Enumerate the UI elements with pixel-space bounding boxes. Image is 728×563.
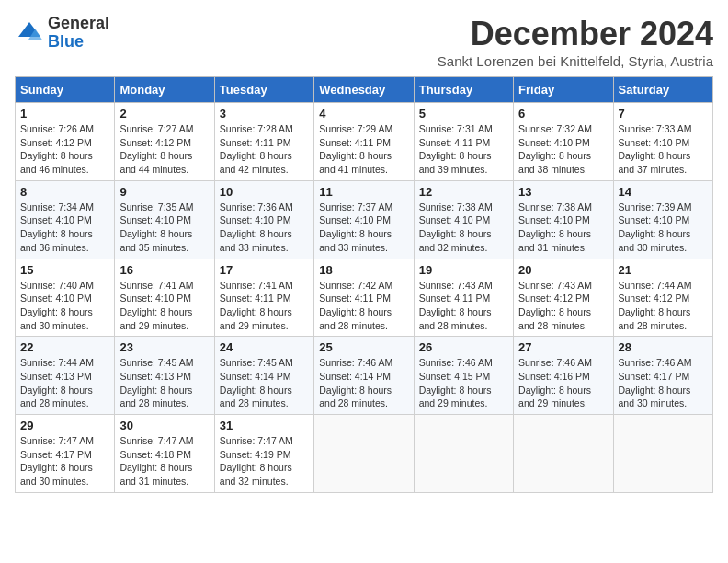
sunrise-label: Sunrise: 7:46 AM: [419, 357, 493, 368]
day-info: Sunrise: 7:46 AM Sunset: 4:17 PM Dayligh…: [619, 356, 708, 410]
calendar-cell: 3 Sunrise: 7:28 AM Sunset: 4:11 PM Dayli…: [214, 103, 313, 181]
sunrise-label: Sunrise: 7:32 AM: [518, 123, 592, 134]
calendar-cell: 11 Sunrise: 7:37 AM Sunset: 4:10 PM Dayl…: [314, 180, 414, 259]
daylight-label: Daylight: 8 hours and 28 minutes.: [319, 306, 392, 331]
daylight-label: Daylight: 8 hours and 37 minutes.: [619, 150, 691, 175]
calendar-cell: [314, 415, 414, 493]
daylight-label: Daylight: 8 hours and 30 minutes.: [20, 306, 93, 331]
daylight-label: Daylight: 8 hours and 38 minutes.: [518, 150, 591, 175]
day-number: 24: [220, 340, 309, 354]
daylight-label: Daylight: 8 hours and 36 minutes.: [20, 228, 93, 253]
calendar-cell: 28 Sunrise: 7:46 AM Sunset: 4:17 PM Dayl…: [613, 337, 712, 415]
day-number: 31: [220, 419, 309, 432]
calendar-cell: 19 Sunrise: 7:43 AM Sunset: 4:11 PM Dayl…: [414, 259, 513, 337]
day-number: 26: [419, 340, 508, 354]
sunrise-label: Sunrise: 7:46 AM: [319, 357, 392, 368]
day-number: 7: [619, 107, 708, 121]
column-header-tuesday: Tuesday: [214, 77, 313, 103]
daylight-label: Daylight: 8 hours and 31 minutes.: [518, 228, 591, 253]
location-subtitle: Sankt Lorenzen bei Knittelfeld, Styria, …: [438, 53, 713, 69]
calendar-cell: 10 Sunrise: 7:36 AM Sunset: 4:10 PM Dayl…: [214, 180, 313, 259]
sunset-label: Sunset: 4:13 PM: [20, 371, 92, 382]
daylight-label: Daylight: 8 hours and 39 minutes.: [419, 150, 492, 175]
daylight-label: Daylight: 8 hours and 44 minutes.: [119, 150, 192, 175]
sunset-label: Sunset: 4:13 PM: [119, 371, 191, 382]
day-number: 30: [119, 419, 209, 432]
sunrise-label: Sunrise: 7:28 AM: [220, 123, 293, 134]
day-number: 20: [518, 263, 608, 277]
day-info: Sunrise: 7:41 AM Sunset: 4:11 PM Dayligh…: [220, 279, 309, 333]
day-number: 29: [20, 419, 109, 432]
calendar-cell: 1 Sunrise: 7:26 AM Sunset: 4:12 PM Dayli…: [16, 103, 115, 181]
day-info: Sunrise: 7:47 AM Sunset: 4:18 PM Dayligh…: [119, 434, 209, 488]
day-number: 4: [319, 107, 408, 121]
calendar-cell: 7 Sunrise: 7:33 AM Sunset: 4:10 PM Dayli…: [613, 103, 712, 181]
day-number: 13: [518, 185, 608, 199]
sunrise-label: Sunrise: 7:39 AM: [619, 201, 692, 213]
sunrise-label: Sunrise: 7:44 AM: [619, 280, 692, 291]
day-number: 11: [319, 185, 408, 199]
sunset-label: Sunset: 4:11 PM: [419, 293, 491, 304]
day-number: 23: [119, 340, 209, 354]
daylight-label: Daylight: 8 hours and 41 minutes.: [319, 150, 392, 175]
sunrise-label: Sunrise: 7:46 AM: [619, 357, 692, 368]
calendar-cell: 23 Sunrise: 7:45 AM Sunset: 4:13 PM Dayl…: [115, 337, 214, 415]
calendar-cell: 5 Sunrise: 7:31 AM Sunset: 4:11 PM Dayli…: [414, 103, 513, 181]
logo-blue-text: Blue: [48, 33, 109, 52]
sunset-label: Sunset: 4:18 PM: [119, 449, 191, 460]
day-info: Sunrise: 7:35 AM Sunset: 4:10 PM Dayligh…: [119, 201, 209, 255]
sunset-label: Sunset: 4:10 PM: [119, 214, 191, 225]
calendar-cell: 15 Sunrise: 7:40 AM Sunset: 4:10 PM Dayl…: [16, 259, 115, 337]
column-header-thursday: Thursday: [414, 77, 513, 103]
calendar-week-row: 8 Sunrise: 7:34 AM Sunset: 4:10 PM Dayli…: [16, 180, 713, 259]
sunset-label: Sunset: 4:12 PM: [20, 137, 92, 148]
daylight-label: Daylight: 8 hours and 42 minutes.: [220, 150, 292, 175]
day-info: Sunrise: 7:41 AM Sunset: 4:10 PM Dayligh…: [119, 279, 209, 333]
daylight-label: Daylight: 8 hours and 30 minutes.: [619, 385, 691, 409]
day-number: 9: [119, 185, 209, 199]
day-number: 22: [20, 340, 109, 354]
daylight-label: Daylight: 8 hours and 33 minutes.: [319, 228, 392, 253]
sunrise-label: Sunrise: 7:45 AM: [119, 357, 193, 368]
sunrise-label: Sunrise: 7:31 AM: [419, 123, 493, 134]
day-number: 25: [319, 340, 408, 354]
sunset-label: Sunset: 4:17 PM: [20, 449, 92, 460]
calendar-week-row: 1 Sunrise: 7:26 AM Sunset: 4:12 PM Dayli…: [16, 103, 713, 181]
calendar-table: SundayMondayTuesdayWednesdayThursdayFrid…: [15, 76, 713, 493]
sunrise-label: Sunrise: 7:45 AM: [220, 357, 293, 368]
sunrise-label: Sunrise: 7:34 AM: [20, 201, 94, 213]
page-header: General Blue December 2024 Sankt Lorenze…: [15, 15, 713, 69]
calendar-cell: 26 Sunrise: 7:46 AM Sunset: 4:15 PM Dayl…: [414, 337, 513, 415]
day-info: Sunrise: 7:46 AM Sunset: 4:16 PM Dayligh…: [518, 356, 608, 410]
daylight-label: Daylight: 8 hours and 33 minutes.: [220, 228, 292, 253]
calendar-cell: 9 Sunrise: 7:35 AM Sunset: 4:10 PM Dayli…: [115, 180, 214, 259]
sunrise-label: Sunrise: 7:37 AM: [319, 201, 392, 213]
calendar-cell: 16 Sunrise: 7:41 AM Sunset: 4:10 PM Dayl…: [115, 259, 214, 337]
daylight-label: Daylight: 8 hours and 28 minutes.: [319, 385, 392, 409]
calendar-week-row: 15 Sunrise: 7:40 AM Sunset: 4:10 PM Dayl…: [16, 259, 713, 337]
day-info: Sunrise: 7:44 AM Sunset: 4:13 PM Dayligh…: [20, 356, 109, 410]
sunset-label: Sunset: 4:11 PM: [319, 293, 391, 304]
sunset-label: Sunset: 4:10 PM: [119, 293, 191, 304]
calendar-week-row: 22 Sunrise: 7:44 AM Sunset: 4:13 PM Dayl…: [16, 337, 713, 415]
day-number: 5: [419, 107, 508, 121]
sunrise-label: Sunrise: 7:38 AM: [419, 201, 493, 213]
daylight-label: Daylight: 8 hours and 35 minutes.: [119, 228, 192, 253]
sunrise-label: Sunrise: 7:43 AM: [518, 280, 592, 291]
calendar-cell: 12 Sunrise: 7:38 AM Sunset: 4:10 PM Dayl…: [414, 180, 513, 259]
sunrise-label: Sunrise: 7:29 AM: [319, 123, 392, 134]
day-number: 18: [319, 263, 408, 277]
day-info: Sunrise: 7:26 AM Sunset: 4:12 PM Dayligh…: [20, 122, 109, 177]
day-info: Sunrise: 7:32 AM Sunset: 4:10 PM Dayligh…: [518, 122, 608, 177]
day-number: 12: [419, 185, 508, 199]
calendar-cell: 2 Sunrise: 7:27 AM Sunset: 4:12 PM Dayli…: [115, 103, 214, 181]
daylight-label: Daylight: 8 hours and 28 minutes.: [419, 306, 492, 331]
daylight-label: Daylight: 8 hours and 28 minutes.: [220, 385, 292, 409]
day-info: Sunrise: 7:39 AM Sunset: 4:10 PM Dayligh…: [619, 201, 708, 255]
sunset-label: Sunset: 4:10 PM: [20, 293, 92, 304]
logo-icon: [15, 18, 44, 48]
sunrise-label: Sunrise: 7:41 AM: [119, 280, 193, 291]
daylight-label: Daylight: 8 hours and 29 minutes.: [220, 306, 292, 331]
day-number: 14: [619, 185, 708, 199]
sunset-label: Sunset: 4:14 PM: [220, 371, 291, 382]
